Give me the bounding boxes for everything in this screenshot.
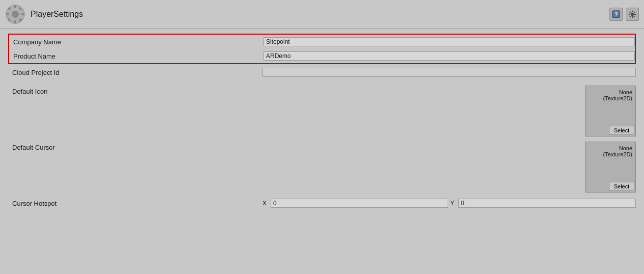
y-axis-label: Y [450,200,456,207]
svg-rect-20 [633,15,635,17]
svg-text:?: ? [614,11,618,17]
svg-rect-19 [630,15,631,17]
product-name-label: Product Name [9,52,264,60]
company-name-row: Company Name [9,35,635,49]
title-bar-right: ? [609,8,639,21]
cloud-project-id-label: Cloud Project Id [8,69,262,76]
svg-point-12 [631,13,634,16]
svg-rect-16 [634,14,636,15]
cursor-hotspot-label: Cursor Hotspot [8,200,262,207]
highlighted-fields-group: Company Name Product Name [8,34,636,64]
svg-rect-14 [632,16,633,18]
default-cursor-select-button[interactable]: Select [609,182,634,191]
settings-content: Company Name Product Name Cloud Project … [0,29,644,214]
default-icon-selector: None (Texture2D) Select [585,86,636,136]
help-icon: ? [612,10,620,18]
default-cursor-label: Default Cursor [8,142,262,151]
cursor-hotspot-row: Cursor Hotspot X Y [8,198,636,209]
title-bar-left: PlayerSettings [5,4,83,24]
svg-rect-4 [6,13,9,15]
gear-icon [628,10,636,18]
product-name-input[interactable] [264,51,635,61]
default-icon-row: Default Icon None (Texture2D) Select [8,86,636,136]
title-bar: PlayerSettings ? [0,0,644,29]
window-title: PlayerSettings [31,10,83,19]
company-name-label: Company Name [9,38,264,46]
default-icon-asset-label: None (Texture2D) [603,89,632,101]
svg-rect-17 [629,11,631,13]
hotspot-y-input[interactable] [458,199,636,208]
svg-rect-13 [632,11,633,12]
cloud-project-id-input[interactable] [262,68,636,77]
svg-rect-3 [14,20,16,23]
default-cursor-row: Default Cursor None (Texture2D) Select [8,142,636,193]
default-icon-select-button[interactable]: Select [609,126,634,135]
cloud-project-id-row: Cloud Project Id [8,65,636,79]
svg-rect-18 [634,11,635,13]
svg-rect-15 [629,14,630,15]
player-settings-icon [5,4,25,24]
default-icon-label: Default Icon [8,86,262,95]
svg-rect-5 [21,13,24,15]
settings-button[interactable] [626,8,639,21]
default-cursor-selector: None (Texture2D) Select [585,142,636,193]
default-cursor-asset-label: None (Texture2D) [603,145,632,157]
hotspot-inputs: X Y [262,199,636,208]
company-name-input[interactable] [264,37,635,46]
hotspot-x-input[interactable] [271,199,448,208]
svg-rect-2 [14,5,16,8]
product-name-row: Product Name [9,49,635,63]
x-axis-label: X [262,200,269,207]
help-button[interactable]: ? [609,8,623,21]
svg-point-1 [12,11,19,18]
